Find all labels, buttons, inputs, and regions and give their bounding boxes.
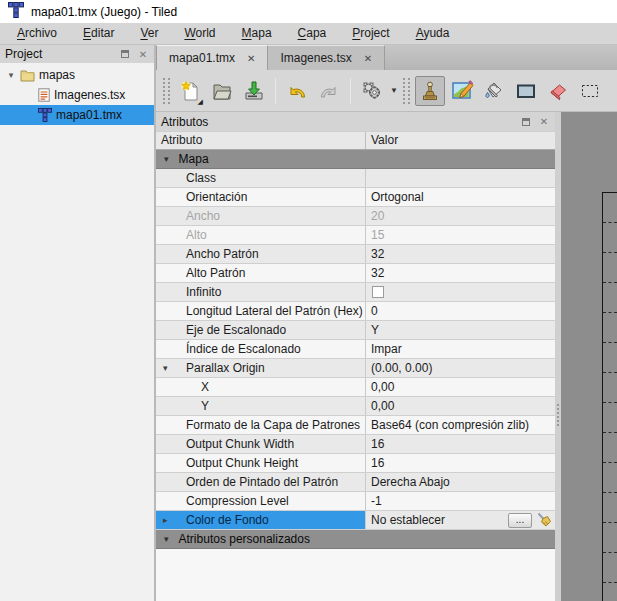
expander-icon[interactable]: ▾ — [164, 534, 169, 544]
rect-select-icon — [578, 79, 602, 103]
property-row-ancho[interactable]: Ancho20 — [156, 207, 555, 226]
eraser-tool-button[interactable] — [543, 76, 573, 106]
float-panel-button[interactable] — [519, 116, 533, 128]
redo-button[interactable] — [314, 76, 344, 106]
column-header-valor[interactable]: Valor — [366, 132, 555, 149]
property-value: 16 — [371, 437, 384, 451]
toolbar-grip-handle[interactable] — [403, 78, 410, 104]
menu-item-ayuda[interactable]: Ayuda — [403, 23, 463, 44]
property-row-class[interactable]: Class — [156, 169, 555, 188]
properties-panel: Atributos ✕ Atributo Valor ▾MapaClassOri… — [156, 112, 555, 601]
window-title: mapa01.tmx (Juego) - Tiled — [31, 5, 177, 19]
project-panel: Project ✕ ▾mapasImagenes.tsxmapa01.tmx — [0, 45, 156, 601]
stamp-icon — [418, 79, 442, 103]
property-row-orden-de-pintado-del-patr-n[interactable]: Orden de Pintado del PatrónDerecha Abajo — [156, 473, 555, 492]
float-icon — [121, 50, 129, 58]
menu-item-world[interactable]: World — [171, 23, 228, 44]
color-picker-button[interactable]: ... — [508, 513, 532, 528]
menu-item-project[interactable]: Project — [339, 23, 402, 44]
property-row-output-chunk-height[interactable]: Output Chunk Height16 — [156, 454, 555, 473]
property-row-compression-level[interactable]: Compression Level-1 — [156, 492, 555, 511]
property-row-color-de-fondo[interactable]: ▸Color de FondoNo establecer... — [156, 511, 555, 530]
property-row-longitud-lateral-del-patr-n-hex[interactable]: Longitud Lateral del Patrón (Hex)0 — [156, 302, 555, 321]
property-row-alto-patr-n[interactable]: Alto Patrón32 — [156, 264, 555, 283]
column-header-atributo[interactable]: Atributo — [156, 132, 366, 149]
map-view-canvas[interactable] — [561, 112, 617, 601]
menu-item-mapa[interactable]: Mapa — [229, 23, 285, 44]
tab-close-icon[interactable]: ✕ — [362, 52, 374, 65]
gears-icon — [360, 79, 384, 103]
expander-icon[interactable]: ▾ — [163, 363, 168, 373]
stamp-tool-button[interactable] — [415, 76, 445, 106]
terrain-brush-tool-button[interactable] — [447, 76, 477, 106]
close-panel-button[interactable]: ✕ — [136, 48, 150, 60]
tab-close-icon[interactable]: ✕ — [245, 52, 257, 65]
tree-item-imagenes-tsx[interactable]: Imagenes.tsx — [0, 85, 154, 105]
property-label: Y — [201, 399, 209, 413]
map-grid-line — [603, 402, 617, 403]
properties-panel-title: Atributos — [161, 115, 515, 129]
map-grid-line — [603, 432, 617, 433]
open-file-button[interactable] — [207, 76, 237, 106]
property-row-alto[interactable]: Alto15 — [156, 226, 555, 245]
tree-item-label: Imagenes.tsx — [54, 88, 125, 102]
property-label: Alto Patrón — [186, 266, 245, 280]
map-grid-line — [603, 222, 617, 223]
close-icon: ✕ — [139, 49, 147, 60]
tab-imagenes-tsx[interactable]: Imagenes.tsx✕ — [268, 45, 385, 70]
property-label: Ancho Patrón — [186, 247, 259, 261]
close-icon: ✕ — [540, 116, 548, 127]
tree-item-mapas[interactable]: ▾mapas — [0, 65, 154, 85]
menu-item-editar[interactable]: Editar — [70, 23, 127, 44]
property-value: Base64 (con compresión zlib) — [371, 418, 529, 432]
property-row-ancho-patr-n[interactable]: Ancho Patrón32 — [156, 245, 555, 264]
undo-button[interactable] — [282, 76, 312, 106]
menu-item-archivo[interactable]: Archivo — [4, 23, 70, 44]
clear-icon[interactable] — [536, 512, 552, 528]
infinito-checkbox[interactable] — [372, 286, 384, 298]
property-group-mapa[interactable]: ▾Mapa — [156, 150, 555, 169]
property-row-infinito[interactable]: Infinito — [156, 283, 555, 302]
shape-fill-icon — [514, 79, 538, 103]
property-label: Eje de Escalonado — [186, 323, 286, 337]
redo-icon — [317, 79, 341, 103]
toolbar-separator — [275, 78, 276, 104]
tree-item-label: mapas — [39, 68, 75, 82]
map-grid-line — [603, 552, 617, 553]
float-panel-button[interactable] — [118, 48, 132, 60]
property-value: Impar — [371, 342, 402, 356]
property-row-x[interactable]: X0,00 — [156, 378, 555, 397]
new-file-button[interactable]: ◢ — [175, 76, 205, 106]
save-file-button[interactable] — [239, 76, 269, 106]
property-row-output-chunk-width[interactable]: Output Chunk Width16 — [156, 435, 555, 454]
property-row-parallax-origin[interactable]: ▾Parallax Origin(0.00, 0.00) — [156, 359, 555, 378]
property-row-formato-de-la-capa-de-patrones[interactable]: Formato de la Capa de PatronesBase64 (co… — [156, 416, 555, 435]
property-row-y[interactable]: Y0,00 — [156, 397, 555, 416]
map-border-left — [602, 192, 603, 601]
expander-icon[interactable]: ▾ — [164, 154, 169, 164]
property-row-ndice-de-escalonado[interactable]: Índice de EscalonadoImpar — [156, 340, 555, 359]
bucket-fill-tool-button[interactable] — [479, 76, 509, 106]
group-label: Atributos personalizados — [179, 532, 310, 546]
map-grid-line — [603, 372, 617, 373]
rect-select-tool-button[interactable] — [575, 76, 605, 106]
undo-icon — [285, 79, 309, 103]
tree-item-mapa01-tmx[interactable]: mapa01.tmx — [0, 105, 154, 125]
dropdown-arrow-icon[interactable]: ▼ — [390, 86, 398, 95]
property-row-orientaci-n[interactable]: OrientaciónOrtogonal — [156, 188, 555, 207]
project-panel-header: Project ✕ — [0, 45, 154, 63]
expander-icon[interactable]: ▸ — [163, 515, 168, 525]
menu-item-capa[interactable]: Capa — [285, 23, 340, 44]
menu-item-ver[interactable]: Ver — [127, 23, 171, 44]
property-value: Y — [371, 323, 379, 337]
tab-mapa01-tmx[interactable]: mapa01.tmx✕ — [156, 45, 268, 70]
close-panel-button[interactable]: ✕ — [537, 116, 551, 128]
toolbar-grip-handle[interactable] — [163, 78, 170, 104]
property-row-eje-de-escalonado[interactable]: Eje de EscalonadoY — [156, 321, 555, 340]
property-group-atributos-personalizados[interactable]: ▾Atributos personalizados — [156, 530, 555, 549]
expander-icon[interactable]: ▾ — [6, 70, 16, 80]
run-command-button[interactable] — [357, 76, 387, 106]
shape-fill-tool-button[interactable] — [511, 76, 541, 106]
menu-bar: ArchivoEditarVerWorldMapaCapaProjectAyud… — [0, 23, 617, 45]
toolbar-separator — [350, 78, 351, 104]
